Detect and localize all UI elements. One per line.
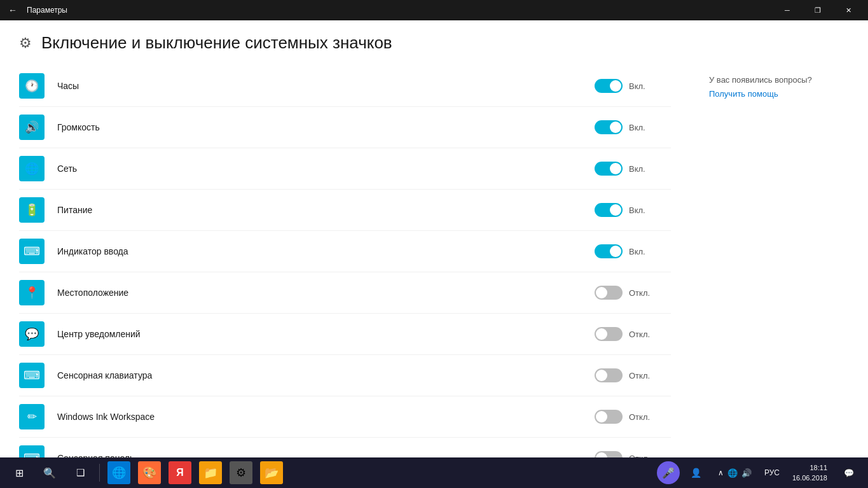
language-label: РУС (764, 468, 780, 477)
setting-name-touch-keyboard: Сенсорная клавиатура (57, 370, 582, 380)
notifications-icon: 💬 (25, 327, 39, 341)
search-button[interactable]: 🔍 (36, 459, 64, 487)
help-link[interactable]: Получить помощь (709, 89, 778, 99)
start-button[interactable]: ⊞ (5, 459, 33, 487)
touch-keyboard-icon: ⌨ (24, 368, 40, 382)
toggle-container-input: Вкл. (595, 244, 671, 258)
setting-icon-touch-panel: ⌨ (19, 445, 45, 457)
setting-item-windows-ink: ✏ Windows Ink Workspace Откл. (19, 396, 671, 438)
toggle-label-location: Откл. (629, 288, 654, 298)
keyboard-icon: ⌨ (24, 244, 40, 258)
people-icon: 👤 (691, 468, 701, 478)
task-view-button[interactable]: ❑ (66, 459, 94, 487)
settings-list: 🕐 Часы Вкл. 🔊 Громкость Вкл. 🌐 Сеть Вкл.… (0, 62, 690, 457)
help-question: У вас появились вопросы? (709, 75, 849, 85)
page-header: ⚙ Включение и выключение системных значк… (0, 20, 868, 62)
setting-name-notifications: Центр уведомлений (57, 329, 582, 339)
page-title: Включение и выключение системных значков (41, 33, 392, 53)
start-icon: ⊞ (15, 467, 24, 479)
toggle-container-windows-ink: Откл. (595, 410, 671, 424)
toggle-touch-keyboard[interactable] (595, 368, 623, 382)
network-tray-icon: 🌐 (727, 468, 738, 478)
task-view-icon: ❑ (76, 467, 85, 478)
taskbar: ⊞ 🔍 ❑ 🌐 🎨 Я 📁 ⚙ 📂 🎤 👤 ∧ 🌐 🔊 (0, 457, 868, 488)
setting-icon-clock: 🕐 (19, 73, 45, 99)
volume-tray-icon: 🔊 (741, 468, 752, 478)
system-tray: ∧ 🌐 🔊 (713, 468, 757, 478)
toggle-container-network: Вкл. (595, 162, 671, 176)
mic-icon: 🎤 (662, 467, 675, 479)
setting-name-power: Питание (57, 205, 582, 215)
folder-icon: 📁 (199, 461, 222, 484)
location-icon: 📍 (25, 286, 39, 300)
minimize-button[interactable]: ─ (773, 0, 802, 20)
language-indicator[interactable]: РУС (759, 468, 785, 477)
toggle-network[interactable] (595, 162, 623, 176)
setting-name-volume: Громкость (57, 122, 582, 132)
close-button[interactable]: ✕ (834, 0, 863, 20)
setting-item-notifications: 💬 Центр уведомлений Откл. (19, 314, 671, 355)
setting-icon-network: 🌐 (19, 156, 45, 181)
title-bar: ← Параметры ─ ❐ ✕ (0, 0, 868, 20)
taskbar-app-browser[interactable]: 🌐 (105, 459, 133, 487)
notification-center-button[interactable]: 💬 (835, 459, 863, 487)
toggle-container-notifications: Откл. (595, 327, 671, 341)
toggle-label-volume: Вкл. (629, 123, 654, 132)
taskbar-right: 🎤 👤 ∧ 🌐 🔊 РУС 18:11 16.06.2018 💬 (657, 459, 863, 487)
setting-item-power: 🔋 Питание Вкл. (19, 190, 671, 231)
toggle-container-power: Вкл. (595, 203, 671, 217)
toggle-label-network: Вкл. (629, 164, 654, 174)
volume-icon: 🔊 (25, 120, 39, 134)
setting-item-clock: 🕐 Часы Вкл. (19, 66, 671, 107)
maximize-button[interactable]: ❐ (803, 0, 832, 20)
touch-panel-icon: ⌨ (24, 451, 40, 457)
toggle-volume[interactable] (595, 120, 623, 134)
clock-display[interactable]: 18:11 16.06.2018 (787, 463, 832, 484)
toggle-label-power: Вкл. (629, 206, 654, 215)
people-button[interactable]: 👤 (682, 459, 710, 487)
toggle-container-clock: Вкл. (595, 79, 671, 93)
clock-icon: 🕐 (25, 79, 39, 93)
files-icon: 📂 (260, 461, 283, 484)
setting-item-touch-panel: ⌨ Сенсорная панель Откл. (19, 438, 671, 457)
power-icon: 🔋 (25, 203, 39, 217)
setting-item-location: 📍 Местоположение Откл. (19, 272, 671, 314)
settings-gear-icon: ⚙ (19, 35, 32, 52)
tray-arrow[interactable]: ∧ (718, 468, 724, 477)
window-controls: ─ ❐ ✕ (773, 0, 863, 20)
clock-date: 16.06.2018 (792, 473, 827, 484)
setting-icon-volume: 🔊 (19, 115, 45, 140)
setting-icon-windows-ink: ✏ (19, 404, 45, 429)
toggle-location[interactable] (595, 286, 623, 300)
toggle-input[interactable] (595, 244, 623, 258)
back-button[interactable]: ← (5, 3, 20, 18)
setting-item-network: 🌐 Сеть Вкл. (19, 148, 671, 190)
toggle-windows-ink[interactable] (595, 410, 623, 424)
taskbar-app-settings[interactable]: ⚙ (227, 459, 255, 487)
setting-icon-location: 📍 (19, 280, 45, 305)
clock-time: 18:11 (792, 463, 827, 473)
browser-icon: 🌐 (107, 461, 130, 484)
setting-item-input: ⌨ Индикатор ввода Вкл. (19, 231, 671, 272)
help-sidebar: У вас появились вопросы? Получить помощь (690, 62, 868, 457)
toggle-notifications[interactable] (595, 327, 623, 341)
setting-name-network: Сеть (57, 164, 582, 174)
taskbar-app-paint[interactable]: 🎨 (135, 459, 163, 487)
setting-icon-touch-keyboard: ⌨ (19, 363, 45, 388)
ink-icon: ✏ (27, 410, 37, 424)
setting-name-clock: Часы (57, 81, 582, 91)
taskbar-app-folder[interactable]: 📁 (196, 459, 224, 487)
toggle-label-clock: Вкл. (629, 81, 654, 91)
setting-name-input: Индикатор ввода (57, 246, 582, 256)
taskbar-app-yandex[interactable]: Я (166, 459, 194, 487)
toggle-clock[interactable] (595, 79, 623, 93)
toggle-container-touch-keyboard: Откл. (595, 368, 671, 382)
network-icon: 🌐 (25, 162, 39, 176)
toggle-container-volume: Вкл. (595, 120, 671, 134)
toggle-touch-panel[interactable] (595, 451, 623, 457)
microphone-button[interactable]: 🎤 (657, 461, 680, 484)
window-title: Параметры (27, 6, 773, 15)
taskbar-divider (99, 464, 100, 482)
toggle-power[interactable] (595, 203, 623, 217)
taskbar-app-files[interactable]: 📂 (258, 459, 286, 487)
